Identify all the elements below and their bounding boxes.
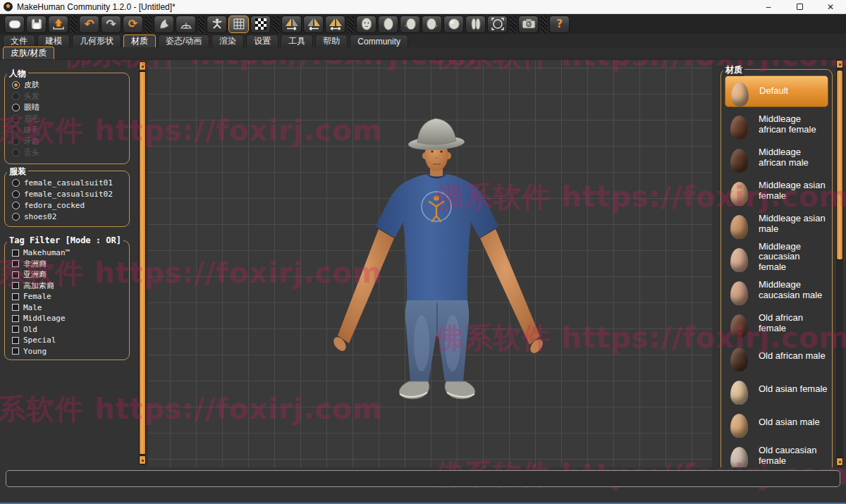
checkbox-label: 非洲裔 — [23, 259, 47, 269]
reset-view-icon[interactable] — [487, 16, 508, 33]
grab-screen-icon[interactable] — [518, 16, 539, 33]
checkbox-middleage[interactable]: Middleage — [5, 313, 129, 324]
minimize-button[interactable]: – — [753, 0, 784, 13]
globe-view-icon[interactable] — [443, 16, 464, 33]
undo-icon[interactable]: ↶ — [79, 16, 99, 33]
splitter-handle-bottom[interactable] — [139, 455, 146, 465]
checkbox-female[interactable]: Female — [5, 291, 129, 302]
checkbox-male[interactable]: Male — [5, 302, 129, 314]
material-item[interactable]: Middleage asian male — [725, 208, 828, 240]
checkbox-label: Makehuman™ — [23, 248, 70, 257]
symmetry-left-icon[interactable] — [303, 16, 324, 33]
material-thumbnail — [725, 375, 753, 405]
material-item-default[interactable]: Default — [725, 75, 828, 107]
checkbox-young[interactable]: Young — [5, 346, 129, 357]
character-group: 皮肤 头发 眼睛 眉毛 睫毛 牙齿 舌头 — [4, 73, 130, 164]
clothes-group-title: 服装 — [7, 166, 28, 178]
grid-icon[interactable] — [228, 16, 249, 33]
maximize-icon — [797, 4, 803, 10]
material-item[interactable]: Middleage african female — [725, 109, 828, 140]
tab-settings[interactable]: 设置 — [246, 35, 278, 47]
tab-help[interactable]: 帮助 — [315, 35, 348, 47]
right-view-icon[interactable] — [422, 16, 442, 33]
radio-eyes[interactable]: 眼睛 — [5, 102, 129, 113]
material-item[interactable]: Old asian female — [725, 374, 828, 405]
maximize-button[interactable] — [784, 0, 815, 13]
load-icon[interactable] — [4, 16, 25, 33]
radio-label: shoes02 — [24, 212, 56, 221]
checkbox-label: Female — [23, 292, 51, 301]
left-view-icon[interactable] — [400, 16, 420, 33]
material-thumbnail — [725, 209, 753, 239]
save-icon[interactable] — [26, 16, 47, 33]
radio-icon — [12, 115, 20, 123]
radio-icon — [12, 126, 20, 134]
reload-icon: ⟳ — [128, 18, 137, 30]
tab-pose-animate[interactable]: 姿态/动画 — [158, 35, 209, 47]
tab-geometries[interactable]: 几何形状 — [72, 35, 121, 47]
splitter-bar[interactable] — [139, 71, 146, 455]
material-item[interactable]: Middleage asian female — [725, 175, 828, 207]
material-thumbnail — [725, 176, 753, 206]
radio-skin[interactable]: 皮肤 — [5, 79, 129, 90]
checkbox-african[interactable]: 非洲裔 — [5, 259, 129, 270]
material-item[interactable]: Middleage caucasian male — [725, 274, 828, 306]
tab-utilities[interactable]: 工具 — [281, 35, 313, 47]
body-view-icon[interactable] — [465, 16, 486, 33]
close-button[interactable]: ✕ — [815, 0, 846, 13]
radio-label: 牙齿 — [24, 136, 39, 147]
checkbox-icon — [12, 348, 19, 355]
pose-icon[interactable] — [207, 16, 227, 33]
material-item[interactable]: Old african male — [725, 340, 828, 372]
tab-rendering[interactable]: 渲染 — [212, 35, 244, 47]
export-icon[interactable] — [48, 16, 68, 33]
radio-clothes-1[interactable]: female_casualsuit01 — [5, 177, 129, 188]
radio-icon — [12, 104, 20, 111]
tab-modelling[interactable]: 建模 — [37, 35, 70, 47]
material-item[interactable]: Old caucasian female — [725, 440, 828, 467]
tab-file[interactable]: 文件 — [3, 35, 35, 47]
material-item[interactable]: Old asian male — [725, 407, 828, 438]
checkbox-icon — [12, 260, 19, 267]
material-item[interactable]: Middleage african male — [725, 142, 828, 173]
symmetry-right-icon[interactable] — [281, 16, 302, 33]
material-label: Old asian male — [759, 417, 820, 428]
reload-icon[interactable]: ⟳ — [123, 16, 143, 33]
redo-icon[interactable]: ↷ — [101, 16, 121, 33]
background-icon[interactable] — [250, 16, 271, 33]
tag-filter-title: Tag Filter [Mode : OR] — [7, 235, 123, 245]
checkbox-makehuman[interactable]: Makehuman™ — [5, 247, 129, 259]
head-view-icon[interactable] — [378, 16, 398, 33]
subtab-skin-material[interactable]: 皮肤/材质 — [3, 47, 54, 59]
radio-clothes-3[interactable]: fedora_cocked — [5, 199, 129, 211]
help-icon[interactable]: ? — [549, 16, 570, 33]
left-panel-splitter[interactable] — [139, 60, 146, 467]
toolbar-separator — [510, 16, 516, 33]
material-label: Old caucasian female — [759, 445, 828, 466]
scrollbar-thumb[interactable] — [836, 70, 843, 260]
checkbox-old[interactable]: Old — [5, 324, 129, 336]
scrollbar-up-button[interactable] — [836, 60, 843, 68]
radio-clothes-2[interactable]: female_casualsuit02 — [5, 188, 129, 199]
smooth-icon[interactable] — [154, 16, 174, 33]
material-item[interactable]: Middleage caucasian female — [725, 241, 828, 273]
checkbox-special[interactable]: Special — [5, 335, 129, 346]
checkbox-caucasian[interactable]: 高加索裔 — [5, 281, 129, 292]
tab-materials[interactable]: 材质 — [123, 35, 156, 47]
left-panel: 人物 皮肤 头发 眼睛 眉毛 睫毛 牙齿 舌头 服装 female_casual… — [0, 60, 135, 467]
material-thumbnail — [725, 110, 753, 140]
splitter-handle-top[interactable] — [139, 61, 146, 70]
wireframe-icon[interactable] — [176, 16, 196, 33]
checkbox-asian[interactable]: 亚洲裔 — [5, 269, 129, 281]
material-label: Old asian female — [759, 384, 828, 395]
material-label: Middleage asian male — [759, 214, 828, 234]
scrollbar-down-button[interactable] — [836, 457, 843, 466]
radio-clothes-4[interactable]: shoes02 — [5, 211, 129, 222]
tab-community[interactable]: Community — [350, 35, 408, 47]
symmetry-both-icon[interactable] — [325, 16, 345, 33]
face-view-icon[interactable] — [356, 16, 376, 33]
material-thumbnail — [725, 441, 753, 468]
viewport-3d[interactable] — [148, 60, 712, 467]
material-item[interactable]: Old african female — [725, 307, 828, 339]
materials-scrollbar[interactable] — [836, 60, 843, 467]
